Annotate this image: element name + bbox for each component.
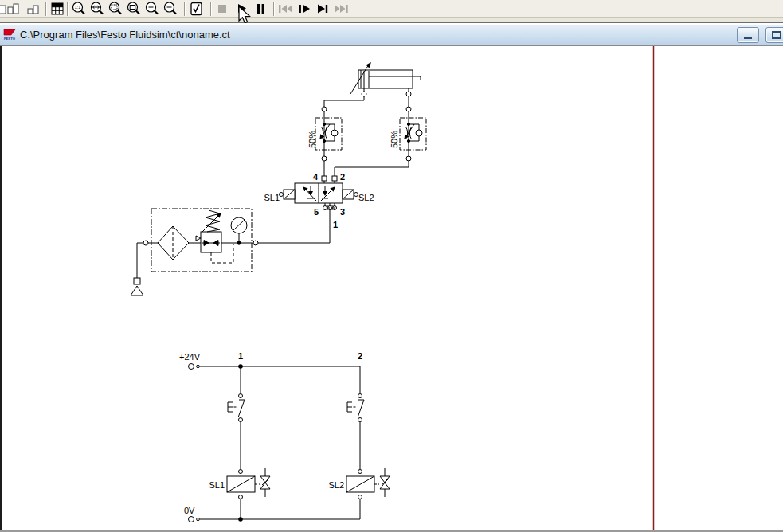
supply-24v-label: +24V [179, 352, 201, 362]
circuit-check-button[interactable] [188, 2, 206, 16]
cylinder[interactable] [350, 62, 421, 94]
connection-nodes-top [322, 92, 411, 111]
toolbar-separator [45, 2, 47, 16]
junction-dot [238, 364, 243, 369]
solenoid-coil-sl2[interactable] [346, 468, 390, 499]
window-left-edge [0, 46, 2, 532]
toolbar-separator [67, 2, 69, 16]
filter [158, 226, 189, 260]
grid-icon [50, 2, 65, 16]
festo-logo-icon: FESTO [3, 27, 17, 43]
stop-simulation-button[interactable] [213, 2, 231, 16]
ground-terminal-0v[interactable] [189, 517, 200, 522]
compressed-air-source[interactable] [131, 278, 143, 295]
simulate-to-next-event-button[interactable] [314, 2, 331, 16]
pushbutton-switch-1[interactable] [228, 394, 245, 422]
pneumatic-wires-top [324, 94, 409, 118]
solenoid-coil-sl1[interactable] [227, 468, 270, 499]
zoom-fit-page-button[interactable] [107, 2, 124, 16]
pneumatic-wires-mid [324, 150, 409, 176]
fluidsim-window: 1:1 [0, 0, 783, 532]
coil-sl2-label: SL2 [328, 480, 344, 490]
flow-control-valve-right[interactable]: 50% [390, 118, 426, 150]
zoom-out-button[interactable] [162, 2, 179, 16]
skip-to-start-icon [276, 2, 294, 16]
flow-control-valve-left[interactable]: 50% [307, 118, 342, 150]
toolbar-separator [184, 2, 186, 16]
magnifier-fit-page-icon [108, 2, 123, 16]
flow-valve-left-label: 50% [307, 131, 317, 148]
arrange-windows-1-icon [6, 2, 22, 16]
pressure-regulator [196, 210, 233, 263]
solenoid-right [343, 190, 358, 199]
document-titlebar[interactable]: FESTO C:\Program Files\Festo Fluidsim\ct… [0, 25, 783, 45]
single-step-button[interactable] [296, 2, 313, 16]
zoom-actual-size-button[interactable]: 1:1 [70, 2, 88, 16]
mouse-cursor [236, 6, 253, 26]
circuit-drawing: 50% 50% [0, 46, 783, 532]
branch-2-label: 2 [358, 351, 362, 361]
toolbar-separator [273, 2, 275, 16]
svg-text:1:1: 1:1 [75, 5, 81, 10]
document-title: C:\Program Files\Festo Fluidsim\ct\nonam… [20, 29, 230, 41]
zoom-selection-button[interactable] [125, 2, 143, 16]
port-2-label: 2 [340, 172, 345, 182]
toolbar-separator [210, 2, 212, 16]
flow-valve-right-label: 50% [390, 131, 399, 148]
valve-sl2-label: SL2 [358, 193, 374, 202]
skip-to-next-icon [315, 2, 331, 16]
connection-nodes-mid [322, 156, 411, 181]
zoom-in-button[interactable] [143, 2, 161, 16]
pause-icon [253, 2, 268, 16]
branch-1-label: 1 [238, 351, 243, 361]
port-4-label: 4 [313, 172, 319, 182]
pressure-gauge [231, 217, 247, 244]
maximize-button[interactable] [765, 27, 783, 43]
manual-actuator [228, 402, 233, 412]
valve-link-symbol [260, 468, 270, 497]
pause-simulation-button[interactable] [252, 2, 269, 16]
coil-sl1-label: SL1 [209, 480, 225, 490]
minimize-button[interactable] [737, 27, 759, 43]
magnifier-1to1-icon: 1:1 [72, 2, 86, 16]
arrange-windows-2-button[interactable] [25, 2, 42, 16]
zoom-fit-width-button[interactable] [88, 2, 106, 16]
grid-button[interactable] [49, 2, 66, 16]
stop-icon [215, 2, 229, 16]
circuit-canvas[interactable]: 50% 50% [0, 46, 783, 532]
arrange-windows-1-button[interactable] [5, 2, 22, 16]
reset-simulation-button[interactable] [276, 2, 294, 16]
minimize-icon [738, 28, 758, 42]
maximize-icon [766, 28, 783, 42]
pushbutton-switch-2[interactable] [347, 394, 364, 422]
magnifier-minus-icon [163, 2, 178, 16]
magnifier-rect-icon [127, 2, 141, 16]
junction-dot [238, 517, 243, 522]
port-3-label: 3 [340, 207, 345, 217]
toolbar-gap-strip [0, 18, 783, 23]
checkbox-icon [189, 2, 205, 16]
solenoid-left [280, 190, 296, 199]
directional-valve-5-2[interactable]: 4 2 5 3 1 SL1 SL2 [264, 172, 374, 229]
magnifier-plus-icon [145, 2, 159, 16]
arrange-windows-2-icon [25, 2, 41, 16]
port-1-label: 1 [333, 220, 338, 229]
electrical-circuit [200, 366, 361, 519]
air-service-unit[interactable] [137, 209, 258, 278]
port-5-label: 5 [314, 207, 319, 217]
fast-forward-icon [332, 2, 350, 16]
valve-sl1-label: SL1 [264, 193, 280, 202]
valve-link-symbol [380, 468, 390, 497]
supply-terminal-24v[interactable] [189, 364, 200, 370]
fast-forward-button[interactable] [332, 2, 350, 16]
svg-text:FESTO: FESTO [4, 37, 16, 41]
magnifier-fit-width-icon [90, 2, 104, 16]
manual-actuator [347, 402, 352, 412]
step-forward-icon [296, 2, 312, 16]
toolbar: 1:1 [0, 0, 783, 18]
ground-0v-label: 0V [184, 506, 195, 515]
